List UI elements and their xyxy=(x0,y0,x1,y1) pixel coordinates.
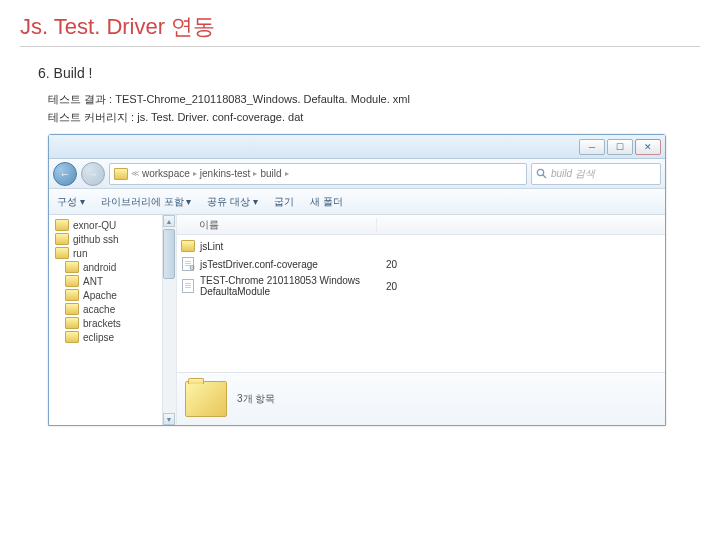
result-value: TEST-Chrome_210118083_Windows. Defaulta.… xyxy=(115,93,410,105)
chevron-right-icon: ▸ xyxy=(193,169,197,178)
breadcrumb-item[interactable]: workspace xyxy=(142,168,190,179)
search-icon xyxy=(536,168,547,179)
tree-label: ANT xyxy=(83,276,103,287)
tree-item[interactable]: github ssh xyxy=(49,232,176,246)
tree-item[interactable]: ANT xyxy=(49,274,176,288)
breadcrumb-item[interactable]: jenkins-test xyxy=(200,168,251,179)
file-name: TEST-Chrome 210118053 Windows DefaultaMo… xyxy=(200,275,381,297)
svg-point-0 xyxy=(537,169,543,175)
folder-icon xyxy=(185,381,227,417)
document-icon xyxy=(181,279,195,293)
nav-bar: ← → ≪ workspace ▸ jenkins-test ▸ build ▸… xyxy=(49,159,665,189)
column-name[interactable]: 이름 xyxy=(177,218,377,232)
file-meta: 20 xyxy=(386,281,397,292)
scrollbar-track[interactable]: ▲ ▼ xyxy=(162,215,176,425)
tree-item[interactable]: acache xyxy=(49,302,176,316)
chevron-right-icon: ▸ xyxy=(253,169,257,178)
folder-icon xyxy=(65,275,79,287)
forward-button[interactable]: → xyxy=(81,162,105,186)
preview-pane: 3개 항목 xyxy=(177,372,665,425)
slide-title: Js. Test. Driver 연동 xyxy=(20,12,700,47)
file-meta: 20 xyxy=(386,259,397,270)
include-library-menu[interactable]: 라이브러리에 포함 ▾ xyxy=(101,195,192,209)
list-item[interactable]: jsLint xyxy=(177,237,665,255)
item-count: 3개 항목 xyxy=(237,392,275,406)
config-file-icon xyxy=(181,257,195,271)
folder-icon xyxy=(65,289,79,301)
burn-button[interactable]: 굽기 xyxy=(274,195,294,209)
scrollbar-thumb[interactable] xyxy=(163,229,175,279)
tree-item[interactable]: brackets xyxy=(49,316,176,330)
file-list: jsLint jsTestDriver.conf-coverage 20 TES… xyxy=(177,235,665,301)
folder-icon xyxy=(65,261,79,273)
tree-label: android xyxy=(83,262,116,273)
breadcrumb-item[interactable]: build xyxy=(260,168,281,179)
folder-icon xyxy=(65,331,79,343)
folder-icon xyxy=(114,168,128,180)
file-name: jsLint xyxy=(200,241,223,252)
scroll-up-arrow[interactable]: ▲ xyxy=(163,215,175,227)
result-label: 테스트 결과 : xyxy=(48,93,112,105)
list-item[interactable]: TEST-Chrome 210118053 Windows DefaultaMo… xyxy=(177,273,665,299)
search-placeholder: build 검색 xyxy=(551,167,595,181)
tree-label: run xyxy=(73,248,87,259)
folder-icon xyxy=(55,233,69,245)
window-titlebar: ─ ☐ ✕ xyxy=(49,135,665,159)
tree-item[interactable]: exnor-QU xyxy=(49,218,176,232)
folder-icon xyxy=(181,239,195,253)
tree-item[interactable]: android xyxy=(49,260,176,274)
folder-icon xyxy=(55,247,69,259)
explorer-window: ─ ☐ ✕ ← → ≪ workspace ▸ jenkins-test ▸ b… xyxy=(48,134,666,426)
close-button[interactable]: ✕ xyxy=(635,139,661,155)
organize-menu[interactable]: 구성 ▾ xyxy=(57,195,85,209)
breadcrumb[interactable]: ≪ workspace ▸ jenkins-test ▸ build ▸ xyxy=(109,163,527,185)
chevron-right-icon: ▸ xyxy=(285,169,289,178)
chevron-right-icon: ≪ xyxy=(131,169,139,178)
file-list-pane: 이름 jsLint jsTestDriver.conf-coverage 20 … xyxy=(177,215,665,425)
file-name: jsTestDriver.conf-coverage xyxy=(200,259,318,270)
folder-icon xyxy=(65,317,79,329)
new-folder-button[interactable]: 새 폴더 xyxy=(310,195,343,209)
column-header-row: 이름 xyxy=(177,215,665,235)
svg-line-1 xyxy=(543,175,546,178)
list-item[interactable]: jsTestDriver.conf-coverage 20 xyxy=(177,255,665,273)
toolbar: 구성 ▾ 라이브러리에 포함 ▾ 공유 대상 ▾ 굽기 새 폴더 xyxy=(49,189,665,215)
search-input[interactable]: build 검색 xyxy=(531,163,661,185)
tree-label: github ssh xyxy=(73,234,119,245)
step-heading: 6. Build ! xyxy=(38,65,700,81)
coverage-value: js. Test. Driver. conf-coverage. dat xyxy=(137,111,303,123)
content-area: exnor-QU github ssh run android ANT Apac… xyxy=(49,215,665,425)
tree-label: acache xyxy=(83,304,115,315)
result-description: 테스트 결과 : TEST-Chrome_210118083_Windows. … xyxy=(48,91,700,126)
coverage-label: 테스트 커버리지 : xyxy=(48,111,134,123)
folder-tree: exnor-QU github ssh run android ANT Apac… xyxy=(49,215,177,425)
folder-icon xyxy=(55,219,69,231)
tree-item[interactable]: eclipse xyxy=(49,330,176,344)
tree-label: brackets xyxy=(83,318,121,329)
tree-label: eclipse xyxy=(83,332,114,343)
back-button[interactable]: ← xyxy=(53,162,77,186)
scroll-down-arrow[interactable]: ▼ xyxy=(163,413,175,425)
maximize-button[interactable]: ☐ xyxy=(607,139,633,155)
tree-item[interactable]: Apache xyxy=(49,288,176,302)
tree-label: Apache xyxy=(83,290,117,301)
tree-item[interactable]: run xyxy=(49,246,176,260)
minimize-button[interactable]: ─ xyxy=(579,139,605,155)
tree-label: exnor-QU xyxy=(73,220,116,231)
share-menu[interactable]: 공유 대상 ▾ xyxy=(207,195,258,209)
folder-icon xyxy=(65,303,79,315)
